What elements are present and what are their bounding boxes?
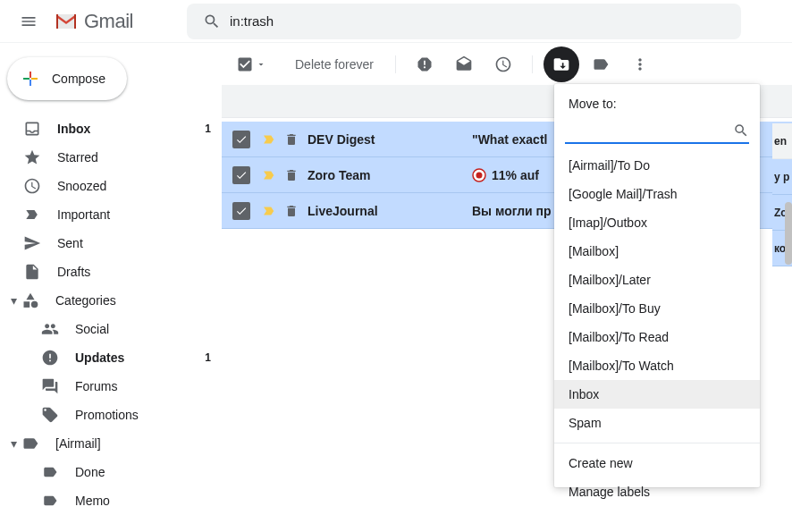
sidebar-item-drafts[interactable]: Drafts bbox=[0, 258, 222, 286]
caret-down-icon: ▾ bbox=[5, 293, 21, 308]
star-icon bbox=[23, 148, 41, 166]
sidebar-item-label: [Airmail] bbox=[55, 436, 101, 451]
move-to-search-input[interactable] bbox=[565, 120, 733, 140]
move-to-button[interactable] bbox=[543, 46, 579, 82]
content: Delete forever DEV Digest "What exactl Z… bbox=[222, 43, 792, 532]
move-to-item[interactable]: [Mailbox] bbox=[554, 237, 760, 266]
scrollbar-thumb[interactable] bbox=[785, 202, 792, 265]
snooze-button[interactable] bbox=[485, 46, 521, 82]
select-all-checkbox[interactable] bbox=[236, 55, 266, 73]
check-icon bbox=[235, 205, 248, 217]
trash-icon bbox=[284, 168, 299, 182]
checkbox-checked-icon bbox=[236, 55, 254, 73]
move-to-item[interactable]: [Mailbox]/To Watch bbox=[554, 351, 760, 380]
more-vert-icon bbox=[631, 55, 649, 73]
move-to-search[interactable] bbox=[565, 120, 749, 144]
gmail-icon bbox=[54, 12, 79, 31]
social-icon bbox=[41, 320, 59, 338]
label-icon bbox=[592, 55, 610, 73]
sidebar-item-label: Sent bbox=[57, 236, 211, 250]
sidebar-group-airmail[interactable]: ▾ [Airmail] bbox=[0, 429, 222, 458]
sidebar-item-starred[interactable]: Starred bbox=[0, 143, 222, 172]
sidebar-item-count: 1 bbox=[205, 122, 211, 135]
report-spam-button[interactable] bbox=[407, 46, 442, 82]
sidebar-item-label: Forums bbox=[75, 379, 211, 393]
caret-down-icon bbox=[256, 59, 266, 70]
label-icon bbox=[41, 493, 59, 509]
move-to-item[interactable]: Inbox bbox=[554, 380, 760, 409]
mark-read-button[interactable] bbox=[446, 46, 482, 82]
trash-icon bbox=[284, 204, 299, 218]
search-input[interactable] bbox=[230, 13, 734, 29]
delete-forever-button[interactable]: Delete forever bbox=[284, 57, 384, 72]
more-button[interactable] bbox=[622, 46, 658, 82]
row-checkbox[interactable] bbox=[232, 166, 250, 184]
message-sender: Zoro Team bbox=[308, 168, 468, 182]
clock-icon bbox=[23, 177, 41, 195]
sidebar-item-label: Memo bbox=[75, 494, 211, 508]
compose-button[interactable]: Compose bbox=[7, 57, 127, 100]
sidebar-item-sent[interactable]: Sent bbox=[0, 229, 222, 258]
sidebar-item-snoozed[interactable]: Snoozed bbox=[0, 172, 222, 200]
sidebar-group-categories[interactable]: ▾ Categories bbox=[0, 286, 222, 315]
red-badge-icon bbox=[472, 168, 486, 182]
important-marker-icon[interactable] bbox=[261, 131, 277, 148]
updates-icon bbox=[41, 349, 59, 367]
sidebar-item-updates[interactable]: Updates 1 bbox=[0, 343, 222, 372]
sidebar-item-label: Important bbox=[57, 207, 211, 222]
move-to-item[interactable]: [Mailbox]/To Buy bbox=[554, 294, 760, 323]
svg-point-2 bbox=[476, 172, 483, 178]
separator bbox=[554, 443, 760, 443]
move-to-item[interactable]: [Mailbox]/Later bbox=[554, 266, 760, 294]
label-icon bbox=[41, 464, 59, 480]
sidebar-item-important[interactable]: Important bbox=[0, 200, 222, 229]
spam-icon bbox=[416, 55, 434, 73]
move-to-item[interactable]: [Imap]/Outbox bbox=[554, 208, 760, 237]
svg-point-0 bbox=[31, 301, 38, 308]
obscured-row: en bbox=[772, 123, 792, 159]
sidebar-item-count: 1 bbox=[205, 351, 211, 364]
row-checkbox[interactable] bbox=[232, 202, 250, 220]
sidebar-item-label: Snoozed bbox=[57, 179, 211, 193]
move-to-item[interactable]: [Google Mail]/Trash bbox=[554, 180, 760, 208]
move-to-item[interactable]: Spam bbox=[554, 409, 760, 437]
sidebar-item-social[interactable]: Social bbox=[0, 315, 222, 343]
sidebar-item-done[interactable]: Done bbox=[0, 458, 222, 486]
message-sender: LiveJournal bbox=[308, 204, 468, 218]
inbox-icon bbox=[23, 120, 41, 138]
move-to-list: [Airmail]/To Do [Google Mail]/Trash [Ima… bbox=[554, 151, 760, 482]
sidebar-item-label: Done bbox=[75, 465, 211, 479]
main-menu-button[interactable] bbox=[11, 4, 46, 39]
obscured-row: y p bbox=[772, 159, 792, 195]
gmail-logo[interactable]: Gmail bbox=[54, 10, 133, 33]
search-bar[interactable] bbox=[187, 4, 741, 39]
move-to-create-new[interactable]: Create new bbox=[554, 449, 760, 477]
header: Gmail bbox=[0, 0, 792, 43]
sidebar-item-label: Starred bbox=[57, 150, 211, 165]
labels-button[interactable] bbox=[583, 46, 619, 82]
important-marker-icon[interactable] bbox=[261, 203, 277, 219]
search-icon[interactable] bbox=[194, 4, 230, 39]
separator bbox=[395, 55, 396, 73]
sidebar-item-label: Categories bbox=[55, 293, 116, 308]
sidebar-item-label: Inbox bbox=[57, 122, 205, 136]
important-icon bbox=[23, 206, 41, 224]
sidebar: Compose Inbox 1 Starred Snoozed Importan… bbox=[0, 43, 222, 532]
promotions-icon bbox=[41, 406, 59, 424]
sidebar-item-inbox[interactable]: Inbox 1 bbox=[0, 114, 222, 143]
sidebar-item-label: Updates bbox=[75, 350, 205, 365]
move-to-item[interactable]: [Mailbox]/To Read bbox=[554, 323, 760, 351]
move-to-manage-labels[interactable]: Manage labels bbox=[554, 477, 760, 506]
sent-icon bbox=[23, 234, 41, 252]
plus-icon bbox=[20, 68, 41, 89]
caret-down-icon: ▾ bbox=[5, 436, 21, 451]
drafts-icon bbox=[23, 263, 41, 281]
important-marker-icon[interactable] bbox=[261, 167, 277, 183]
sidebar-item-promotions[interactable]: Promotions bbox=[0, 401, 222, 429]
trash-icon bbox=[284, 132, 299, 147]
row-checkbox[interactable] bbox=[232, 131, 250, 148]
sidebar-item-memo[interactable]: Memo bbox=[0, 486, 222, 515]
check-icon bbox=[235, 133, 248, 146]
sidebar-item-forums[interactable]: Forums bbox=[0, 372, 222, 401]
move-to-item[interactable]: [Airmail]/To Do bbox=[554, 151, 760, 180]
